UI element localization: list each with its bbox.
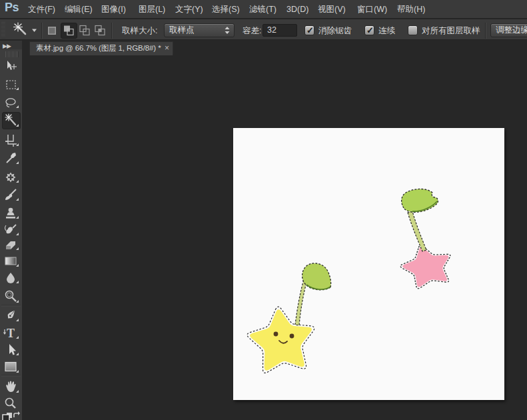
svg-text:T: T — [7, 327, 15, 340]
